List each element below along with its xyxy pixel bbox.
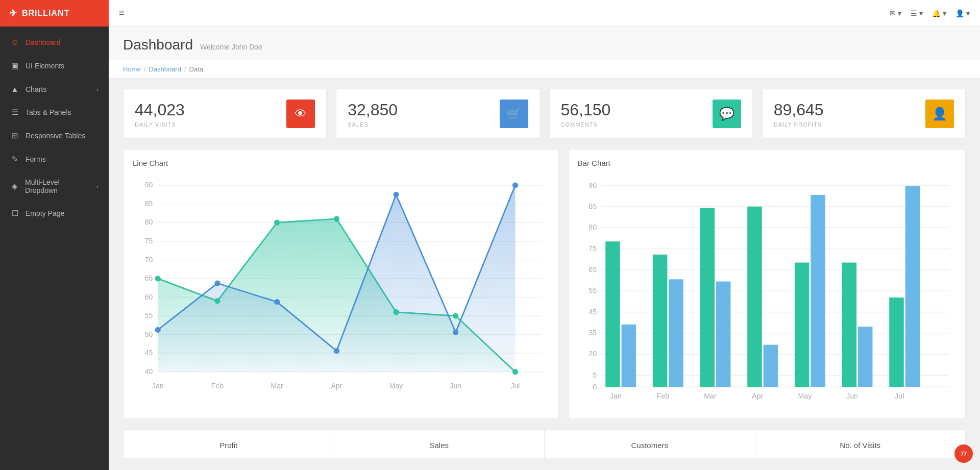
sidebar-item-label: Forms xyxy=(26,155,46,163)
svg-point-28 xyxy=(393,192,399,197)
svg-text:55: 55 xyxy=(145,311,153,319)
svg-point-29 xyxy=(453,329,458,335)
sidebar-item-label: Tabs & Panels xyxy=(26,108,71,116)
svg-rect-69 xyxy=(700,208,715,387)
svg-point-24 xyxy=(155,327,161,333)
breadcrumb-dashboard[interactable]: Dashboard xyxy=(149,65,181,73)
page-header: Dashboard Welcome John Doe xyxy=(109,27,980,60)
stat-icon-profits: 👤 xyxy=(925,100,954,128)
bottom-card-no-of-visits: No. of Visits xyxy=(755,430,966,458)
breadcrumb-home[interactable]: Home xyxy=(123,65,141,73)
svg-text:Jun: Jun xyxy=(450,382,461,390)
svg-text:45: 45 xyxy=(145,349,153,357)
list-button[interactable]: ☰ ▾ xyxy=(911,9,923,17)
bottom-card-sales: Sales xyxy=(334,430,545,458)
stat-card-sales: 32,850 SALES 🛒 xyxy=(336,89,540,139)
svg-rect-68 xyxy=(669,279,683,387)
sidebar-item-tabs-panels[interactable]: ☰ Tabs & Panels xyxy=(0,101,109,124)
svg-text:Mar: Mar xyxy=(271,382,284,390)
sidebar-item-forms[interactable]: ✎ Forms xyxy=(0,147,109,171)
user-button[interactable]: 👤 ▾ xyxy=(955,9,970,17)
dropdown-icon: ◈ xyxy=(10,182,19,191)
svg-text:5: 5 xyxy=(593,371,597,379)
sidebar-item-ui-elements[interactable]: ▣ UI Elements xyxy=(0,54,109,78)
svg-text:Jun: Jun xyxy=(846,392,858,400)
email-button[interactable]: ✉ ▾ xyxy=(890,9,901,17)
sidebar-item-label: Empty Page xyxy=(26,209,64,217)
svg-rect-70 xyxy=(716,282,730,387)
svg-rect-71 xyxy=(747,207,762,387)
stat-cards: 44,023 DAILY VISITS 👁 32,850 SALES 🛒 56,… xyxy=(123,89,966,139)
svg-text:20: 20 xyxy=(589,350,597,358)
ui-elements-icon: ▣ xyxy=(10,61,19,70)
sidebar-item-empty-page[interactable]: ☐ Empty Page xyxy=(0,202,109,225)
svg-text:85: 85 xyxy=(145,200,153,208)
svg-rect-75 xyxy=(842,263,856,387)
svg-text:35: 35 xyxy=(589,329,597,337)
hamburger-button[interactable]: ≡ xyxy=(119,8,125,18)
svg-text:80: 80 xyxy=(145,218,153,226)
sidebar-item-responsive-tables[interactable]: ⊞ Responsive Tables xyxy=(0,124,109,147)
bar-chart-svg: 90 85 80 75 65 55 45 35 20 5 0 xyxy=(578,175,956,407)
svg-text:65: 65 xyxy=(145,274,153,282)
topbar-actions: ✉ ▾ ☰ ▾ 🔔 ▾ 👤 ▾ xyxy=(890,9,970,17)
svg-point-31 xyxy=(155,276,161,281)
bottom-cards: Profit Sales Customers No. of Visits xyxy=(123,429,966,458)
line-chart-card: Line Chart 90 85 80 75 70 65 60 55 50 45… xyxy=(123,149,559,419)
stat-icon-comments: 💬 xyxy=(713,100,741,128)
sidebar-item-charts[interactable]: ▲ Charts ‹ xyxy=(0,78,109,101)
stat-label-sales: SALES xyxy=(348,121,398,128)
bell-button[interactable]: 🔔 ▾ xyxy=(932,9,946,17)
logo-text: BRILLIANT xyxy=(22,9,69,18)
sidebar-header: ✈ BRILLIANT xyxy=(0,0,109,27)
stat-label-comments: COMMENTS xyxy=(561,121,611,128)
sidebar-item-label: Dashboard xyxy=(26,38,61,46)
svg-text:Apr: Apr xyxy=(752,392,763,400)
svg-point-36 xyxy=(453,313,458,318)
svg-rect-78 xyxy=(905,186,920,387)
bar-chart-title: Bar Chart xyxy=(578,159,956,167)
sidebar-item-label: Multi-Level Dropdown xyxy=(25,178,90,194)
stat-icon-sales: 🛒 xyxy=(500,100,528,128)
content-area: 44,023 DAILY VISITS 👁 32,850 SALES 🛒 56,… xyxy=(109,79,980,470)
empty-page-icon: ☐ xyxy=(10,209,19,218)
sidebar-item-dashboard[interactable]: ⊙ Dashboard xyxy=(0,31,109,54)
watermark: 77 xyxy=(954,444,973,463)
svg-rect-73 xyxy=(794,263,809,387)
chevron-left-icon-2: ‹ xyxy=(96,183,99,189)
stat-card-visits: 44,023 DAILY VISITS 👁 xyxy=(123,89,327,139)
chevron-left-icon: ‹ xyxy=(96,86,99,92)
svg-text:90: 90 xyxy=(145,181,153,189)
bottom-card-profit-label: Profit xyxy=(219,441,237,450)
stat-value-visits: 44,023 xyxy=(135,101,185,119)
svg-text:60: 60 xyxy=(145,293,153,301)
svg-point-27 xyxy=(334,348,339,354)
bottom-card-visits-label: No. of Visits xyxy=(840,441,880,450)
svg-text:75: 75 xyxy=(589,244,597,253)
list-icon: ☰ xyxy=(911,9,917,17)
sidebar-item-label: Charts xyxy=(26,85,46,93)
main-content: ≡ ✉ ▾ ☰ ▾ 🔔 ▾ 👤 ▾ Dashboard Welcome John xyxy=(109,0,980,470)
svg-text:90: 90 xyxy=(589,181,597,189)
svg-text:50: 50 xyxy=(145,330,153,338)
user-arrow: ▾ xyxy=(966,9,970,17)
sidebar-item-label: UI Elements xyxy=(26,62,64,70)
svg-text:70: 70 xyxy=(145,256,153,264)
stat-card-comments: 56,150 COMMENTS 💬 xyxy=(549,89,753,139)
svg-point-37 xyxy=(512,369,518,375)
sidebar-nav: ⊙ Dashboard ▣ UI Elements ▲ Charts ‹ ☰ T… xyxy=(0,27,109,470)
svg-rect-74 xyxy=(811,195,825,387)
sidebar-item-multi-level[interactable]: ◈ Multi-Level Dropdown ‹ xyxy=(0,171,109,202)
dashboard-icon: ⊙ xyxy=(10,38,19,47)
svg-point-30 xyxy=(512,182,518,188)
sidebar-item-label: Responsive Tables xyxy=(26,132,85,140)
svg-point-35 xyxy=(393,309,399,315)
svg-rect-76 xyxy=(858,327,873,387)
topbar: ≡ ✉ ▾ ☰ ▾ 🔔 ▾ 👤 ▾ xyxy=(109,0,980,27)
forms-icon: ✎ xyxy=(10,155,19,164)
chart-row: Line Chart 90 85 80 75 70 65 60 55 50 45… xyxy=(123,149,966,419)
bar-chart-card: Bar Chart 90 85 80 75 65 55 45 35 20 5 0 xyxy=(568,149,966,419)
bar-jan-s2 xyxy=(621,325,636,387)
svg-text:85: 85 xyxy=(589,202,597,210)
bottom-card-customers-label: Customers xyxy=(631,441,668,450)
